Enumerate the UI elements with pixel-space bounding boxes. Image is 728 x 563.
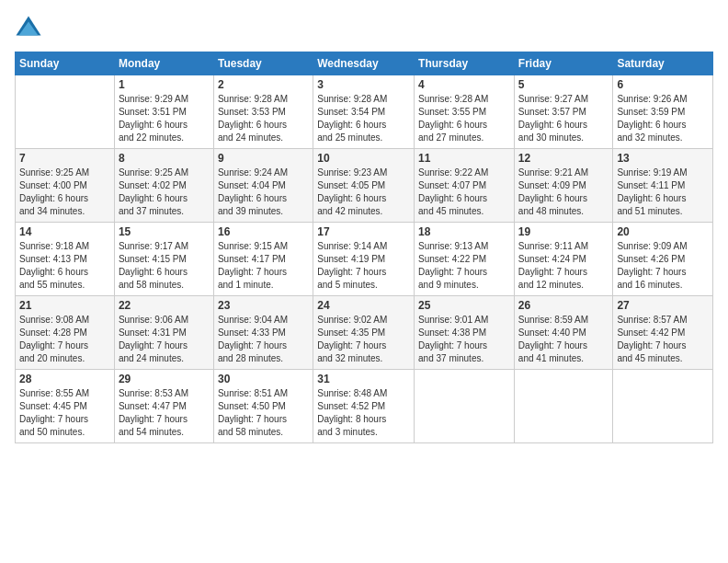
calendar-header-tuesday: Tuesday [213,52,313,75]
logo [15,15,44,42]
calendar-cell: 24Sunrise: 9:02 AMSunset: 4:35 PMDayligh… [313,296,415,370]
day-info: Sunrise: 9:23 AMSunset: 4:05 PMDaylight:… [317,167,410,218]
calendar-cell: 10Sunrise: 9:23 AMSunset: 4:05 PMDayligh… [313,149,415,223]
calendar-cell: 19Sunrise: 9:11 AMSunset: 4:24 PMDayligh… [514,223,613,296]
day-info: Sunrise: 9:01 AMSunset: 4:38 PMDaylight:… [418,314,510,365]
day-number: 19 [518,225,609,238]
day-number: 13 [617,152,709,165]
calendar-cell: 31Sunrise: 8:48 AMSunset: 4:52 PMDayligh… [313,370,415,443]
day-number: 1 [119,78,210,91]
day-info: Sunrise: 9:26 AMSunset: 3:59 PMDaylight:… [617,93,709,144]
logo-icon [15,15,42,42]
day-number: 24 [317,299,410,312]
day-number: 3 [317,78,410,91]
day-info: Sunrise: 9:11 AMSunset: 4:24 PMDaylight:… [518,240,609,292]
calendar-cell: 23Sunrise: 9:04 AMSunset: 4:33 PMDayligh… [213,296,313,370]
day-number: 15 [119,225,210,238]
day-info: Sunrise: 9:17 AMSunset: 4:15 PMDaylight:… [119,240,210,292]
day-number: 14 [19,225,110,238]
day-info: Sunrise: 8:55 AMSunset: 4:45 PMDaylight:… [19,387,110,439]
calendar-header-saturday: Saturday [613,52,713,75]
calendar-cell: 30Sunrise: 8:51 AMSunset: 4:50 PMDayligh… [213,370,313,443]
day-info: Sunrise: 9:04 AMSunset: 4:33 PMDaylight:… [218,314,309,365]
calendar-cell: 22Sunrise: 9:06 AMSunset: 4:31 PMDayligh… [114,296,213,370]
day-number: 6 [617,78,709,91]
calendar-week-row: 14Sunrise: 9:18 AMSunset: 4:13 PMDayligh… [16,223,713,296]
calendar-cell: 7Sunrise: 9:25 AMSunset: 4:00 PMDaylight… [16,149,115,223]
calendar-cell: 3Sunrise: 9:28 AMSunset: 3:54 PMDaylight… [313,75,415,149]
day-number: 23 [218,299,309,312]
calendar-cell: 28Sunrise: 8:55 AMSunset: 4:45 PMDayligh… [16,370,115,443]
day-number: 5 [518,78,609,91]
calendar-cell: 17Sunrise: 9:14 AMSunset: 4:19 PMDayligh… [313,223,415,296]
calendar-cell: 12Sunrise: 9:21 AMSunset: 4:09 PMDayligh… [514,149,613,223]
calendar-cell: 1Sunrise: 9:29 AMSunset: 3:51 PMDaylight… [114,75,213,149]
page: SundayMondayTuesdayWednesdayThursdayFrid… [0,0,728,563]
calendar-cell: 29Sunrise: 8:53 AMSunset: 4:47 PMDayligh… [114,370,213,443]
day-number: 30 [218,373,309,385]
calendar-cell: 18Sunrise: 9:13 AMSunset: 4:22 PMDayligh… [415,223,515,296]
calendar-cell: 4Sunrise: 9:28 AMSunset: 3:55 PMDaylight… [415,75,515,149]
day-info: Sunrise: 9:24 AMSunset: 4:04 PMDaylight:… [218,167,309,218]
calendar-cell [415,370,515,443]
day-info: Sunrise: 9:27 AMSunset: 3:57 PMDaylight:… [518,93,609,144]
day-number: 31 [317,373,410,385]
calendar-header-monday: Monday [114,52,213,75]
day-info: Sunrise: 9:19 AMSunset: 4:11 PMDaylight:… [617,167,709,218]
day-info: Sunrise: 9:28 AMSunset: 3:54 PMDaylight:… [317,93,410,144]
day-number: 21 [19,299,110,312]
day-info: Sunrise: 9:21 AMSunset: 4:09 PMDaylight:… [518,167,609,218]
day-info: Sunrise: 9:14 AMSunset: 4:19 PMDaylight:… [317,240,410,292]
day-number: 28 [19,373,110,385]
calendar-header-row: SundayMondayTuesdayWednesdayThursdayFrid… [16,52,713,75]
day-info: Sunrise: 9:22 AMSunset: 4:07 PMDaylight:… [418,167,510,218]
day-info: Sunrise: 8:51 AMSunset: 4:50 PMDaylight:… [218,387,309,439]
day-info: Sunrise: 9:09 AMSunset: 4:26 PMDaylight:… [617,240,709,292]
day-number: 18 [418,225,510,238]
day-info: Sunrise: 9:28 AMSunset: 3:53 PMDaylight:… [218,93,309,144]
day-info: Sunrise: 9:13 AMSunset: 4:22 PMDaylight:… [418,240,510,292]
day-info: Sunrise: 9:28 AMSunset: 3:55 PMDaylight:… [418,93,510,144]
calendar-week-row: 21Sunrise: 9:08 AMSunset: 4:28 PMDayligh… [16,296,713,370]
day-number: 11 [418,152,510,165]
calendar-table: SundayMondayTuesdayWednesdayThursdayFrid… [15,52,713,443]
day-info: Sunrise: 9:08 AMSunset: 4:28 PMDaylight:… [19,314,110,365]
calendar-cell: 9Sunrise: 9:24 AMSunset: 4:04 PMDaylight… [213,149,313,223]
calendar-week-row: 1Sunrise: 9:29 AMSunset: 3:51 PMDaylight… [16,75,713,149]
calendar-cell: 6Sunrise: 9:26 AMSunset: 3:59 PMDaylight… [613,75,713,149]
calendar-cell [613,370,713,443]
calendar-cell: 15Sunrise: 9:17 AMSunset: 4:15 PMDayligh… [114,223,213,296]
day-number: 2 [218,78,309,91]
day-number: 27 [617,299,709,312]
day-number: 26 [518,299,609,312]
calendar-header-wednesday: Wednesday [313,52,415,75]
calendar-cell: 27Sunrise: 8:57 AMSunset: 4:42 PMDayligh… [613,296,713,370]
calendar-cell: 21Sunrise: 9:08 AMSunset: 4:28 PMDayligh… [16,296,115,370]
day-info: Sunrise: 8:57 AMSunset: 4:42 PMDaylight:… [617,314,709,365]
calendar-cell: 26Sunrise: 8:59 AMSunset: 4:40 PMDayligh… [514,296,613,370]
calendar-cell: 5Sunrise: 9:27 AMSunset: 3:57 PMDaylight… [514,75,613,149]
day-info: Sunrise: 9:25 AMSunset: 4:00 PMDaylight:… [19,167,110,218]
day-number: 10 [317,152,410,165]
calendar-cell: 25Sunrise: 9:01 AMSunset: 4:38 PMDayligh… [415,296,515,370]
calendar-cell: 13Sunrise: 9:19 AMSunset: 4:11 PMDayligh… [613,149,713,223]
day-number: 25 [418,299,510,312]
day-number: 7 [19,152,110,165]
day-info: Sunrise: 8:59 AMSunset: 4:40 PMDaylight:… [518,314,609,365]
day-info: Sunrise: 9:18 AMSunset: 4:13 PMDaylight:… [19,240,110,292]
calendar-cell: 8Sunrise: 9:25 AMSunset: 4:02 PMDaylight… [114,149,213,223]
day-info: Sunrise: 9:02 AMSunset: 4:35 PMDaylight:… [317,314,410,365]
calendar-header-sunday: Sunday [16,52,115,75]
day-info: Sunrise: 9:06 AMSunset: 4:31 PMDaylight:… [119,314,210,365]
day-info: Sunrise: 9:25 AMSunset: 4:02 PMDaylight:… [119,167,210,218]
calendar-cell: 14Sunrise: 9:18 AMSunset: 4:13 PMDayligh… [16,223,115,296]
calendar-cell [16,75,115,149]
day-info: Sunrise: 8:53 AMSunset: 4:47 PMDaylight:… [119,387,210,439]
day-number: 12 [518,152,609,165]
day-info: Sunrise: 9:29 AMSunset: 3:51 PMDaylight:… [119,93,210,144]
calendar-cell: 16Sunrise: 9:15 AMSunset: 4:17 PMDayligh… [213,223,313,296]
calendar-cell: 11Sunrise: 9:22 AMSunset: 4:07 PMDayligh… [415,149,515,223]
day-number: 8 [119,152,210,165]
day-number: 16 [218,225,309,238]
calendar-cell [514,370,613,443]
